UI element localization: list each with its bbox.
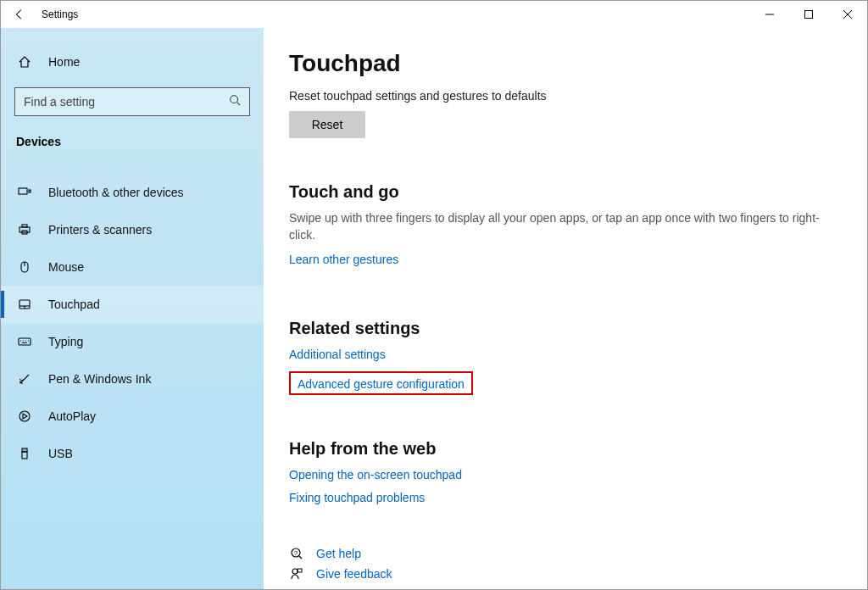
svg-rect-8 [19,227,30,232]
maximize-button[interactable] [789,1,828,28]
highlighted-link-box: Advanced gesture configuration [289,371,473,395]
link-onscreen-touchpad[interactable]: Opening the on-screen touchpad [289,468,462,481]
link-learn-gestures[interactable]: Learn other gestures [289,253,398,266]
pen-icon [16,372,33,386]
sidebar-item-touchpad[interactable]: Touchpad [1,286,264,323]
search-icon [229,94,241,109]
home-icon [16,55,33,69]
svg-rect-1 [805,11,813,19]
svg-line-5 [237,103,241,106]
link-advanced-gesture[interactable]: Advanced gesture configuration [298,377,465,391]
give-feedback-row[interactable]: Give feedback [289,567,842,581]
section-footer-links: ? Get help Give feedback [289,547,842,581]
link-fix-touchpad[interactable]: Fixing touchpad problems [289,491,425,504]
sidebar-item-label: USB [48,447,73,460]
sidebar-item-autoplay[interactable]: AutoPlay [1,398,264,435]
sidebar-item-label: Typing [48,335,83,348]
link-get-help[interactable]: Get help [316,547,361,560]
svg-rect-24 [22,452,27,459]
reset-description: Reset touchpad settings and gestures to … [289,89,842,103]
close-icon [843,10,852,19]
sidebar-item-label: AutoPlay [48,409,96,423]
content-area: Touchpad Reset touchpad settings and ges… [264,28,867,589]
sidebar-item-label: Pen & Windows Ink [48,372,151,386]
svg-rect-9 [22,225,27,227]
sidebar-item-typing[interactable]: Typing [1,323,264,360]
section-heading: Touch and go [289,182,842,202]
close-button[interactable] [828,1,867,28]
svg-point-4 [231,96,238,103]
sidebar-item-label: Mouse [48,260,84,274]
link-additional-settings[interactable]: Additional settings [289,348,386,361]
autoplay-icon [16,409,33,423]
arrow-left-icon [14,8,25,20]
link-give-feedback[interactable]: Give feedback [316,567,392,581]
svg-rect-6 [19,188,27,194]
touchpad-icon [16,298,33,311]
maximize-icon [804,10,813,19]
feedback-icon [289,567,304,581]
svg-rect-30 [298,569,302,572]
sidebar-item-mouse[interactable]: Mouse [1,248,264,286]
section-heading: Help from the web [289,439,842,459]
section-related: Related settings Additional settings Adv… [289,319,842,395]
help-icon: ? [289,547,304,560]
page-title: Touchpad [289,50,842,77]
titlebar: Settings [1,1,867,28]
search-box[interactable] [14,87,250,116]
sidebar-item-label: Home [48,55,80,69]
reset-button[interactable]: Reset [289,111,365,138]
svg-rect-16 [19,338,31,345]
section-touch-and-go: Touch and go Swipe up with three fingers… [289,182,842,275]
window-title: Settings [42,8,78,20]
sidebar-item-home[interactable]: Home [1,43,264,81]
mouse-icon [16,260,33,274]
bluetooth-icon [16,186,33,199]
sidebar: Home Devices Bluetooth & other devices P… [1,28,264,589]
section-body: Swipe up with three fingers to display a… [289,210,842,243]
svg-text:?: ? [294,549,298,557]
sidebar-item-usb[interactable]: USB [1,435,264,472]
svg-rect-7 [29,190,31,192]
sidebar-item-bluetooth[interactable]: Bluetooth & other devices [1,174,264,211]
printer-icon [16,223,33,237]
search-input[interactable] [24,95,229,109]
sidebar-item-printers[interactable]: Printers & scanners [1,211,264,248]
sidebar-item-label: Touchpad [48,298,100,311]
section-heading: Related settings [289,319,842,338]
usb-icon [16,447,33,460]
keyboard-icon [16,335,33,348]
svg-point-22 [19,411,30,421]
sidebar-item-label: Printers & scanners [48,223,152,237]
minimize-icon [765,10,774,19]
minimize-button[interactable] [750,1,789,28]
svg-rect-23 [22,448,27,452]
sidebar-category: Devices [1,126,264,164]
back-button[interactable] [1,1,38,28]
get-help-row[interactable]: ? Get help [289,547,842,560]
svg-point-29 [292,569,298,574]
search-container [14,87,250,116]
sidebar-item-label: Bluetooth & other devices [48,186,184,199]
sidebar-item-pen[interactable]: Pen & Windows Ink [1,360,264,398]
section-help-web: Help from the web Opening the on-screen … [289,439,842,513]
